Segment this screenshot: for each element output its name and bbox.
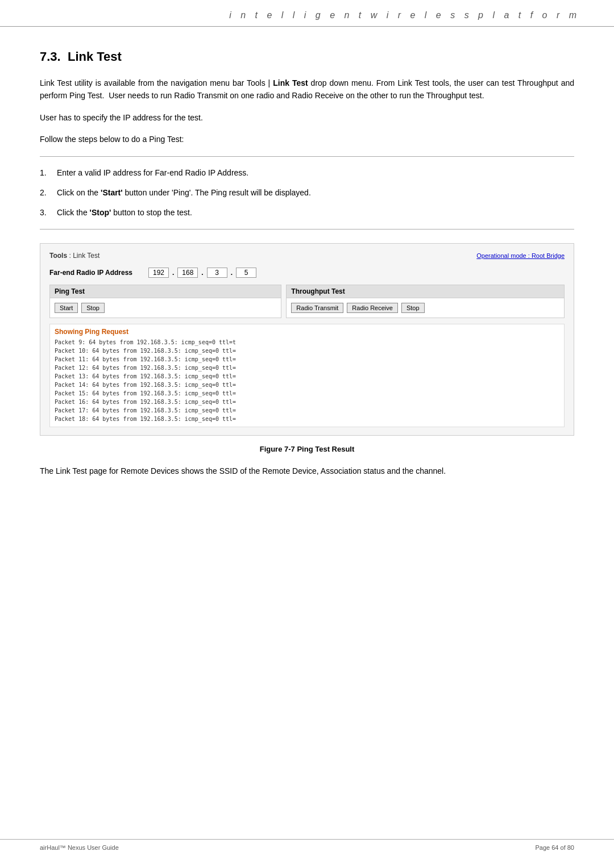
intro-paragraph-1: Link Test utility is available from the … xyxy=(40,77,574,102)
throughput-panel-body: Radio Transmit Radio Receive Stop xyxy=(287,298,564,318)
ping-log-line: Packet 18: 64 bytes from 192.168.3.5: ic… xyxy=(55,415,559,423)
ip-octet-2[interactable] xyxy=(177,268,198,278)
page-footer: airHaul™ Nexus User Guide Page 64 of 80 xyxy=(0,839,614,851)
step-1-num: 1. xyxy=(40,167,57,179)
throughput-receive-button[interactable]: Radio Receive xyxy=(347,303,398,313)
ip-address-row: Far-end Radio IP Address . . . xyxy=(49,268,565,278)
throughput-stop-button[interactable]: Stop xyxy=(401,303,425,313)
ui-header-row: Tools : Link Test Operational mode : Roo… xyxy=(49,252,565,260)
page-header: i n t e l l i g e n t w i r e l e s s p … xyxy=(0,0,614,27)
step-2: 2. Click on the 'Start' button under 'Pi… xyxy=(40,187,574,199)
ip-address-label: Far-end Radio IP Address xyxy=(49,269,140,277)
step-3-num: 3. xyxy=(40,207,57,219)
ip-octet-4[interactable] xyxy=(236,268,256,278)
ping-panel-header: Ping Test xyxy=(50,285,281,298)
step-3: 3. Click the 'Stop' button to stop the t… xyxy=(40,207,574,219)
step-3-text: Click the 'Stop' button to stop the test… xyxy=(57,207,192,219)
steps-container: 1. Enter a valid IP address for Far-end … xyxy=(40,156,574,229)
ping-log-line: Packet 17: 64 bytes from 192.168.3.5: ic… xyxy=(55,406,559,415)
ping-log-line: Packet 10: 64 bytes from 192.168.3.5: ic… xyxy=(55,347,559,355)
test-panels: Ping Test Start Stop Throughput Test Rad… xyxy=(49,285,565,318)
figure-caption: Figure 7-7 Ping Test Result xyxy=(40,445,574,453)
closing-text: The Link Test page for Remote Devices sh… xyxy=(40,465,574,477)
ip-dot-3: . xyxy=(230,269,234,277)
main-content: 7.3. Link Test Link Test utility is avai… xyxy=(0,27,614,511)
ip-octet-1[interactable] xyxy=(148,268,169,278)
tools-label: Tools : Link Test xyxy=(49,252,99,260)
ping-log-line: Packet 14: 64 bytes from 192.168.3.5: ic… xyxy=(55,381,559,389)
header-title: i n t e l l i g e n t w i r e l e s s p … xyxy=(229,10,580,20)
throughput-panel: Throughput Test Radio Transmit Radio Rec… xyxy=(286,285,565,318)
ping-log-line: Packet 12: 64 bytes from 192.168.3.5: ic… xyxy=(55,364,559,372)
footer-page: Page 64 of 80 xyxy=(535,844,574,851)
ping-log-line: Packet 13: 64 bytes from 192.168.3.5: ic… xyxy=(55,372,559,381)
throughput-panel-header: Throughput Test xyxy=(287,285,564,298)
throughput-transmit-button[interactable]: Radio Transmit xyxy=(291,303,343,313)
ping-stop-button[interactable]: Stop xyxy=(81,303,105,313)
ip-dot-2: . xyxy=(200,269,204,277)
ping-results-title: Showing Ping Request xyxy=(55,328,559,336)
ping-log: Packet 9: 64 bytes from 192.168.3.5: icm… xyxy=(55,338,559,423)
ping-start-button[interactable]: Start xyxy=(55,303,78,313)
footer-brand: airHaul™ Nexus User Guide xyxy=(40,844,119,851)
ip-dot-1: . xyxy=(171,269,175,277)
ping-panel: Ping Test Start Stop xyxy=(49,285,281,318)
step-1: 1. Enter a valid IP address for Far-end … xyxy=(40,167,574,179)
ping-log-line: Packet 9: 64 bytes from 192.168.3.5: icm… xyxy=(55,338,559,347)
ping-log-line: Packet 11: 64 bytes from 192.168.3.5: ic… xyxy=(55,355,559,364)
step-2-num: 2. xyxy=(40,187,57,199)
intro-paragraph-2: User has to specify the IP address for t… xyxy=(40,111,574,124)
operational-mode-link[interactable]: Operational mode : Root Bridge xyxy=(476,252,565,259)
step-2-text: Click on the 'Start' button under 'Ping'… xyxy=(57,187,311,199)
ping-log-line: Packet 16: 64 bytes from 192.168.3.5: ic… xyxy=(55,398,559,406)
ping-results-section: Showing Ping Request Packet 9: 64 bytes … xyxy=(49,324,565,427)
intro-paragraph-3: Follow the steps below to do a Ping Test… xyxy=(40,133,574,145)
ip-octet-3[interactable] xyxy=(207,268,227,278)
ping-panel-body: Start Stop xyxy=(50,298,281,318)
ping-log-line: Packet 15: 64 bytes from 192.168.3.5: ic… xyxy=(55,389,559,398)
section-title: 7.3. Link Test xyxy=(40,49,574,64)
ui-screenshot-box: Tools : Link Test Operational mode : Roo… xyxy=(40,243,574,436)
step-1-text: Enter a valid IP address for Far-end Rad… xyxy=(57,167,248,179)
